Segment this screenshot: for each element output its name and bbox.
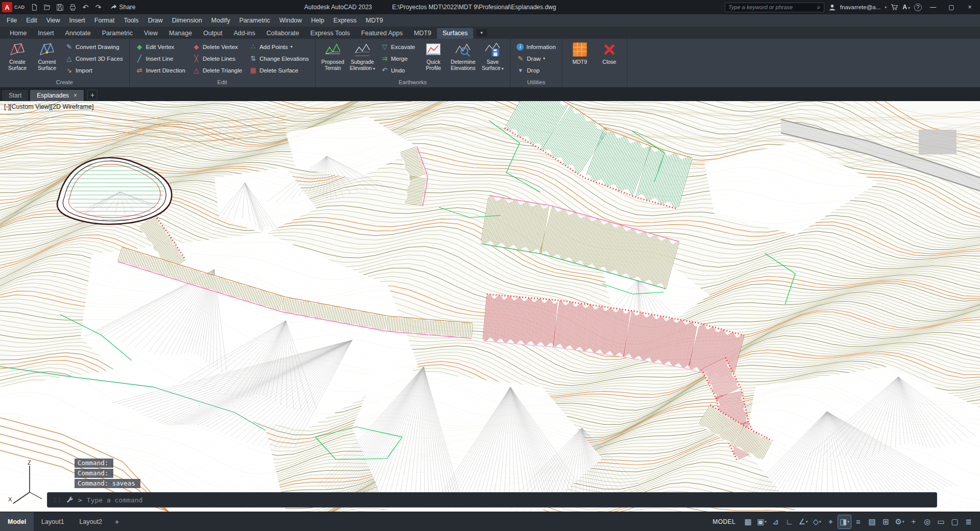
isodraft-icon[interactable]: ◇▾ xyxy=(811,515,823,528)
ribbon-tab-parametric[interactable]: Parametric xyxy=(96,28,138,39)
menu-item-insert[interactable]: Insert xyxy=(65,14,90,27)
minimize-button[interactable]: — xyxy=(926,4,940,11)
ribbon-tab-annotate[interactable]: Annotate xyxy=(60,28,96,39)
menu-item-draw[interactable]: Draw xyxy=(143,14,167,27)
menu-item-file[interactable]: File xyxy=(2,14,21,27)
close-button[interactable]: Close xyxy=(595,40,624,65)
maximize-button[interactable]: ▢ xyxy=(944,4,959,11)
close-button[interactable]: × xyxy=(963,4,977,11)
mdt9-button[interactable]: MDT9 xyxy=(565,40,595,65)
undo-button[interactable]: ↶ xyxy=(80,2,91,13)
menu-item-format[interactable]: Format xyxy=(90,14,119,27)
save-button[interactable] xyxy=(55,2,66,13)
lineweight-icon[interactable]: ≡ xyxy=(852,515,865,528)
create-surface-button[interactable]: CreateSurface xyxy=(3,40,32,71)
ribbon-tab-output[interactable]: Output xyxy=(198,28,228,39)
delete-lines-button[interactable]: ╳Delete Lines xyxy=(191,53,243,64)
plot-button[interactable] xyxy=(67,2,79,13)
excavate-button[interactable]: ▽Excavate xyxy=(379,41,416,52)
undo-button[interactable]: ↶Undo xyxy=(379,65,416,76)
insert-line-button[interactable]: ╱Insert Line xyxy=(134,53,187,64)
menu-item-dimension[interactable]: Dimension xyxy=(167,14,207,27)
graphics-performance-icon[interactable]: ▭ xyxy=(935,515,947,528)
clean-screen-icon[interactable]: ▢ xyxy=(948,515,961,528)
ribbon-tab-add-ins[interactable]: Add-ins xyxy=(228,28,261,39)
menu-item-tools[interactable]: Tools xyxy=(119,14,143,27)
application-menu-button[interactable]: A xyxy=(2,2,12,12)
ribbon-tab-express-tools[interactable]: Express Tools xyxy=(305,28,356,39)
layout-tab-layout2[interactable]: Layout2 xyxy=(72,512,110,531)
import-button[interactable]: ↘Import xyxy=(64,65,125,76)
ribbon-tab-collaborate[interactable]: Collaborate xyxy=(261,28,305,39)
open-folder-button[interactable] xyxy=(42,2,53,13)
ortho-icon[interactable]: ∟ xyxy=(783,515,796,528)
customize-wrench-icon[interactable] xyxy=(66,496,74,504)
user-account-label[interactable]: fnavarrete@a... xyxy=(840,4,880,10)
file-tab-esplanades[interactable]: Esplanades× xyxy=(30,89,84,101)
search-icon[interactable]: ⌕ xyxy=(817,3,821,11)
command-line-grip[interactable]: ⋮⋮ xyxy=(52,497,61,503)
infer-constraints-icon[interactable]: ⊿ xyxy=(769,515,782,528)
ribbon-tab-home[interactable]: Home xyxy=(4,28,32,39)
autodesk-apps-button[interactable]: A▾ xyxy=(902,4,910,11)
menu-item-express[interactable]: Express xyxy=(329,14,361,27)
menu-item-parametric[interactable]: Parametric xyxy=(235,14,275,27)
layout-tab-layout1[interactable]: Layout1 xyxy=(34,512,71,531)
subgrade-elevation-button[interactable]: SubgradeElevation ▾ xyxy=(348,40,377,72)
file-tab-start[interactable]: Start xyxy=(2,89,29,101)
viewport-controls-label[interactable]: [-][Custom View][2D Wireframe] xyxy=(4,103,94,110)
current-surface-button[interactable]: CurrentSurface xyxy=(32,40,62,71)
edit-vertex-button[interactable]: ◆Edit Vertex xyxy=(134,41,187,52)
quick-profile-button[interactable]: QuickProfile xyxy=(419,40,448,71)
share-button[interactable]: Share xyxy=(110,4,136,11)
menu-item-view[interactable]: View xyxy=(42,14,65,27)
proposed-terrain-button[interactable]: ProposedTerrain xyxy=(318,40,348,71)
menu-item-window[interactable]: Window xyxy=(275,14,306,27)
customization-icon[interactable]: ≣ xyxy=(962,515,975,528)
user-avatar-icon[interactable] xyxy=(828,4,836,11)
terrain-drawing[interactable] xyxy=(0,101,980,512)
new-layout-button[interactable]: + xyxy=(110,512,124,531)
polar-tracking-icon[interactable]: ∠▾ xyxy=(797,515,810,528)
user-menu-arrow-icon[interactable]: ▾ xyxy=(885,5,887,10)
workspace-icon[interactable]: ⚙▾ xyxy=(893,515,906,528)
menu-item-modify[interactable]: Modify xyxy=(207,14,235,27)
search-input[interactable] xyxy=(728,4,817,10)
delete-surface-button[interactable]: ▦Delete Surface xyxy=(248,65,310,76)
osnap-tracking-icon[interactable]: ⌖ xyxy=(824,515,837,528)
app-store-cart-icon[interactable] xyxy=(891,4,898,11)
object-snap-icon[interactable]: ◨▾ xyxy=(838,515,851,528)
grid-icon[interactable]: ▦ xyxy=(742,515,754,528)
draw-button[interactable]: ✎Draw▾ xyxy=(515,53,557,64)
isolate-objects-icon[interactable]: ◎ xyxy=(921,515,934,528)
convert-drawing-button[interactable]: ✎Convert Drawing xyxy=(64,41,125,52)
delete-vertex-button[interactable]: ◆Delete Vertex xyxy=(191,41,243,52)
crosshair-icon[interactable]: ＋ xyxy=(907,515,920,528)
command-line[interactable]: ⋮⋮ > xyxy=(47,492,937,508)
convert-3d-faces-button[interactable]: △Convert 3D Faces xyxy=(64,53,125,64)
delete-triangle-button[interactable]: △Delete Triangle xyxy=(191,65,243,76)
transparency-icon[interactable]: ▨ xyxy=(866,515,878,528)
selection-cycling-icon[interactable]: ⊞ xyxy=(879,515,892,528)
ribbon-tab-view[interactable]: View xyxy=(138,28,163,39)
layout-tab-model[interactable]: Model xyxy=(0,512,34,531)
menu-item-mdt9[interactable]: MDT9 xyxy=(361,14,387,27)
snap-mode-icon[interactable]: ▣▾ xyxy=(755,515,768,528)
ribbon-tab-surfaces[interactable]: Surfaces xyxy=(437,28,473,39)
determine-elevations-button[interactable]: DetermineElevations xyxy=(448,40,478,71)
tab-close-icon[interactable]: × xyxy=(74,92,77,99)
help-button[interactable]: ? xyxy=(914,4,922,11)
command-input[interactable] xyxy=(87,496,932,504)
redo-button[interactable]: ↷ xyxy=(93,2,104,13)
invert-direction-button[interactable]: ⇄Invert Direction xyxy=(134,65,187,76)
new-tab-button[interactable]: + xyxy=(87,90,97,100)
merge-button[interactable]: ⇉Merge xyxy=(379,53,416,64)
ribbon-tab-insert[interactable]: Insert xyxy=(32,28,59,39)
change-elevations-button[interactable]: ⇅Change Elevations xyxy=(248,53,310,64)
add-points-button[interactable]: ∴Add Points▾ xyxy=(248,41,310,52)
menu-item-edit[interactable]: Edit xyxy=(21,14,42,27)
ribbon-tab-mdt9[interactable]: MDT9 xyxy=(408,28,437,39)
drawing-viewport[interactable]: [-][Custom View][2D Wireframe] Z X Comma… xyxy=(0,101,980,512)
ribbon-tab-manage[interactable]: Manage xyxy=(163,28,198,39)
drop-button[interactable]: ▾Drop xyxy=(515,65,557,76)
